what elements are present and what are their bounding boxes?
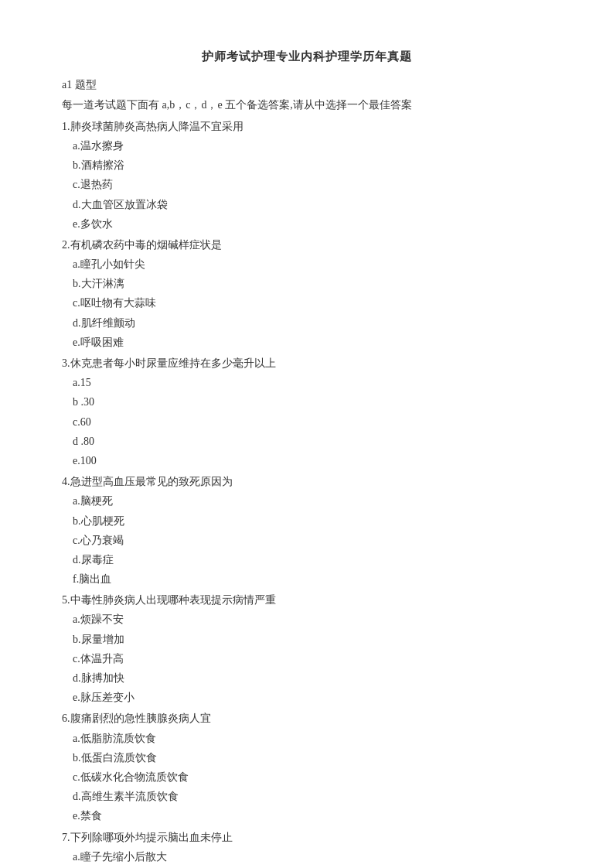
question-2-option-3: d.肌纤维颤动 [73, 313, 551, 333]
question-4-option-0: a.脑梗死 [73, 491, 551, 511]
question-6-option-1: b.低蛋白流质饮食 [73, 748, 551, 767]
question-6: 6.腹痛剧烈的急性胰腺炎病人宜a.低脂肪流质饮食b.低蛋白流质饮食c.低碳水化合… [62, 709, 551, 825]
page-title: 护师考试护理专业内科护理学历年真题 [62, 46, 551, 67]
question-1-option-4: e.多饮水 [73, 214, 551, 234]
question-3-option-1: b .30 [73, 392, 551, 412]
question-4: 4.急进型高血压最常见的致死原因为a.脑梗死b.心肌梗死c.心乃衰竭d.尿毒症f… [62, 472, 551, 589]
question-1-option-1: b.酒精擦浴 [73, 155, 551, 175]
question-6-option-3: d.高维生素半流质饮食 [73, 787, 551, 806]
question-3-option-0: a.15 [73, 373, 551, 392]
question-2-option-4: e.呼吸困难 [73, 333, 551, 352]
question-3: 3.休克患者每小时尿量应维持在多少毫升以上a.15b .30c.60d .80e… [62, 354, 551, 470]
question-7: 7.下列除哪项外均提示脑出血未停止a.瞳子先缩小后散大b.意识障碍加深c.血压继… [62, 828, 551, 868]
question-5-option-4: e.脉压差变小 [73, 688, 551, 707]
question-4-option-2: c.心乃衰竭 [73, 531, 551, 550]
question-6-text: 6.腹痛剧烈的急性胰腺炎病人宜 [62, 709, 551, 728]
question-1-text: 1.肺炎球菌肺炎高热病人降温不宜采用 [62, 117, 551, 136]
question-type-label: a1 题型 [62, 75, 551, 95]
question-3-text: 3.休克患者每小时尿量应维持在多少毫升以上 [62, 354, 551, 373]
question-5-option-1: b.尿量增加 [73, 630, 551, 649]
question-3-option-3: d .80 [73, 432, 551, 451]
question-5-text: 5.中毒性肺炎病人出现哪种表现提示病情严重 [62, 590, 551, 610]
main-content: a1 题型 每一道考试题下面有 a,b，c，d，e 五个备选答案,请从中选择一个… [62, 75, 551, 115]
question-3-option-4: e.100 [73, 451, 551, 470]
question-6-option-4: e.禁食 [73, 806, 551, 825]
question-1-option-2: c.退热药 [73, 175, 551, 194]
question-4-option-1: b.心肌梗死 [73, 511, 551, 531]
intro-text: 每一道考试题下面有 a,b，c，d，e 五个备选答案,请从中选择一个最佳答案 [62, 95, 551, 115]
question-5-option-0: a.烦躁不安 [73, 610, 551, 629]
question-2-option-1: b.大汗淋漓 [73, 274, 551, 293]
question-3-option-2: c.60 [73, 412, 551, 432]
question-4-option-4: f.脑出血 [73, 569, 551, 589]
question-7-option-0: a.瞳子先缩小后散大 [73, 847, 551, 866]
question-6-option-0: a.低脂肪流质饮食 [73, 729, 551, 748]
questions-list: 1.肺炎球菌肺炎高热病人降温不宜采用a.温水擦身b.酒精擦浴c.退热药d.大血管… [62, 117, 551, 868]
question-5: 5.中毒性肺炎病人出现哪种表现提示病情严重a.烦躁不安b.尿量增加c.体温升高d… [62, 590, 551, 707]
question-7-text: 7.下列除哪项外均提示脑出血未停止 [62, 828, 551, 847]
question-2: 2.有机磷农药中毒的烟碱样症状是a.瞳孔小如针尖b.大汗淋漓c.呕吐物有大蒜味d… [62, 235, 551, 352]
question-6-option-2: c.低碳水化合物流质饮食 [73, 767, 551, 787]
question-4-option-3: d.尿毒症 [73, 550, 551, 569]
question-2-text: 2.有机磷农药中毒的烟碱样症状是 [62, 235, 551, 255]
question-1-option-0: a.温水擦身 [73, 136, 551, 155]
question-2-option-2: c.呕吐物有大蒜味 [73, 293, 551, 313]
question-4-text: 4.急进型高血压最常见的致死原因为 [62, 472, 551, 491]
question-1: 1.肺炎球菌肺炎高热病人降温不宜采用a.温水擦身b.酒精擦浴c.退热药d.大血管… [62, 117, 551, 234]
question-5-option-2: c.体温升高 [73, 649, 551, 668]
question-5-option-3: d.脉搏加快 [73, 668, 551, 688]
question-2-option-0: a.瞳孔小如针尖 [73, 255, 551, 274]
question-1-option-3: d.大血管区放置冰袋 [73, 195, 551, 214]
